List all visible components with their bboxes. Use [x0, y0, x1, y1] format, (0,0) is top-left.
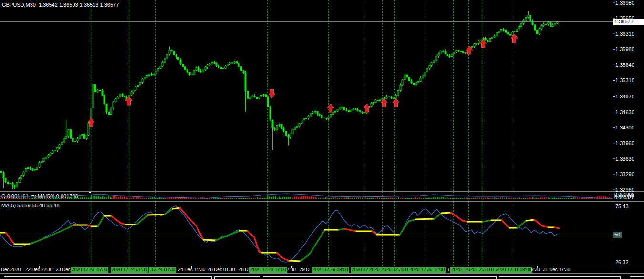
candle-bull — [514, 32, 515, 32]
time-label: 24 Dec 14:30 — [178, 267, 205, 273]
price-axis-label: 1.32960 — [615, 187, 634, 193]
osma-bar — [421, 198, 422, 199]
osma-bar — [118, 197, 119, 199]
osma-bar — [131, 198, 132, 199]
osma-bar — [425, 198, 426, 199]
candle-bear — [243, 70, 244, 73]
candle-bull — [339, 107, 341, 109]
time-label-highlighted: 2020.12.24 01:30 — [111, 267, 148, 273]
time-label: Dec 2020 — [1, 267, 21, 273]
osma-bar — [146, 198, 147, 199]
candle-bear — [240, 67, 242, 71]
candle-bear — [151, 74, 152, 75]
osma-bar — [532, 197, 533, 199]
osma-bar — [32, 198, 33, 199]
osma-bar — [106, 197, 107, 199]
candle-bull — [420, 78, 421, 82]
osma-bar — [360, 197, 361, 199]
osma-bar — [538, 198, 539, 199]
candle-bull — [39, 163, 40, 167]
candle-bull — [491, 37, 493, 38]
candle-bull — [496, 33, 498, 36]
candle-bull — [77, 139, 78, 141]
osma-bar — [262, 198, 263, 199]
candle-bull — [332, 112, 334, 114]
osma-bar — [523, 198, 524, 199]
osma-bar — [311, 196, 312, 199]
candle-bear — [236, 62, 238, 63]
candle-bull — [137, 85, 139, 87]
osma-bar — [239, 198, 240, 199]
osma-bar — [464, 198, 465, 199]
osma-bar — [562, 198, 563, 199]
osma-bar — [224, 198, 225, 199]
candle-bull — [305, 118, 307, 119]
osma-bar — [138, 197, 139, 199]
candle-bull — [155, 71, 156, 74]
candle-bull — [436, 56, 437, 61]
candle-bear — [99, 90, 101, 91]
osma-bar — [575, 197, 576, 199]
rsi-ma-segment — [517, 221, 526, 228]
osma-bar — [29, 198, 30, 199]
osma-bar — [475, 198, 476, 199]
osma-bar — [116, 197, 117, 199]
candle-bull — [142, 79, 143, 83]
osma-bar — [294, 196, 295, 199]
candle-bull — [110, 108, 112, 114]
candle-bear — [231, 63, 233, 63]
candle-bull — [207, 65, 208, 67]
candle-bear — [272, 120, 273, 128]
osma-bar — [241, 198, 242, 199]
candle-bear — [359, 111, 361, 112]
close-value: 1.36577 — [100, 2, 119, 8]
candle-bull — [438, 54, 439, 56]
osma-bar — [100, 197, 101, 199]
candle-bear — [30, 168, 31, 169]
candle-bull — [476, 44, 477, 44]
candle-bear — [274, 128, 275, 130]
osma-bar — [437, 197, 438, 199]
candle-bear — [102, 91, 103, 95]
osma-bar — [570, 198, 571, 199]
osma-bar — [500, 197, 501, 199]
candle-bear — [187, 70, 188, 72]
rsi-ma-segment — [451, 213, 463, 221]
candle-bull — [48, 155, 49, 157]
price-axis-label: 1.33290 — [615, 172, 634, 177]
osma-bar — [96, 196, 97, 199]
candle-bear — [254, 96, 255, 97]
candle-bull — [371, 103, 372, 106]
rsi-ma-segment — [301, 253, 310, 261]
candle-bear — [509, 34, 511, 35]
osma-bar — [220, 198, 221, 199]
candle-bull — [554, 23, 556, 25]
candle-bear — [530, 15, 531, 21]
osma-bar — [251, 198, 252, 199]
time-label-highlighted: 2020.12.30 11:00 — [408, 267, 446, 273]
osma-bar — [296, 196, 297, 199]
sell-arrow-icon — [269, 89, 275, 98]
chart-canvas[interactable] — [0, 0, 644, 279]
osma-bar — [379, 198, 380, 199]
osma-bar — [462, 198, 463, 199]
candle-bull — [211, 62, 213, 64]
osma-bar — [546, 198, 547, 199]
osma-bar — [348, 197, 349, 199]
osma-bar — [124, 196, 125, 199]
rsi-ma-segment — [339, 229, 344, 230]
osma-bar — [305, 196, 306, 199]
osma-bar — [76, 197, 77, 199]
candle-bear — [545, 24, 547, 24]
osma-bar — [558, 198, 559, 199]
candle-bull — [79, 136, 81, 139]
time-label: ) — [447, 267, 449, 273]
candle-bull — [63, 139, 65, 142]
candle-bull — [115, 99, 116, 102]
rsi-ma-segment — [502, 220, 507, 226]
osma-bar — [481, 197, 482, 199]
osma-bar — [257, 197, 258, 199]
osma-bar — [180, 197, 181, 199]
osma-bar — [55, 197, 56, 199]
candle-bull — [557, 21, 558, 23]
